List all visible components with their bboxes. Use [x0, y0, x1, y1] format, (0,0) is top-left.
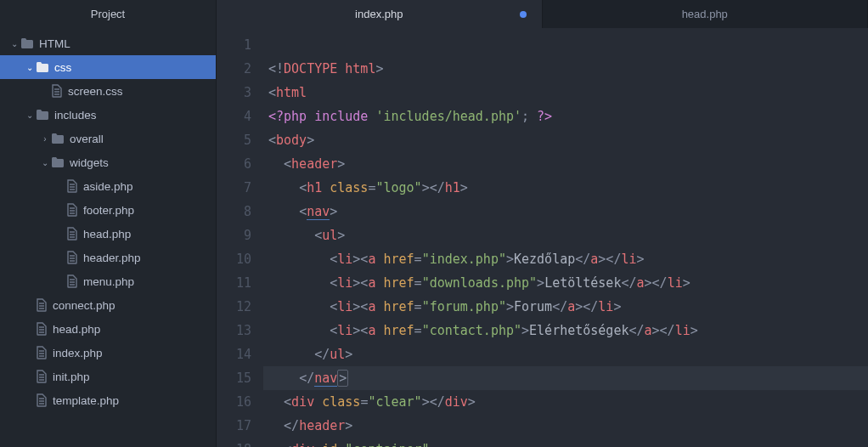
code-line[interactable]: <!DOCTYPE html>: [263, 57, 868, 81]
project-sidebar: Project ⌄HTML⌄cssscreen.css⌄includes›ove…: [0, 0, 217, 447]
file-icon: [66, 251, 78, 264]
editor-area: index.phphead.php 1234567891011121314151…: [217, 0, 868, 447]
file-icon: [36, 346, 48, 359]
code-line[interactable]: <li><a href="downloads.php">Letöltések</…: [263, 271, 868, 295]
line-number: 6: [217, 152, 251, 176]
file-icon: [66, 227, 78, 240]
folder-icon: [51, 156, 65, 168]
tree-folder[interactable]: ⌄HTML: [0, 31, 216, 55]
line-number: 2: [217, 57, 251, 81]
code-line[interactable]: <ul>: [263, 224, 868, 247]
tree-folder[interactable]: ⌄css: [0, 55, 216, 79]
code-line[interactable]: <header>: [263, 152, 868, 176]
line-number: 13: [217, 319, 251, 342]
tree-item-label: head.php: [53, 323, 100, 336]
line-number: 15: [217, 366, 251, 390]
tree-file[interactable]: menu.php: [0, 269, 216, 293]
file-icon: [51, 84, 63, 98]
code-line[interactable]: <div class="clear"></div>: [263, 390, 868, 414]
code-editor[interactable]: 123456789101112131415161718 <!DOCTYPE ht…: [217, 28, 868, 447]
folder-icon: [36, 61, 49, 73]
tree-item-label: index.php: [53, 347, 103, 359]
code-line[interactable]: [263, 33, 868, 57]
code-line[interactable]: </header>: [263, 414, 868, 438]
file-icon: [36, 322, 48, 336]
line-number: 12: [217, 295, 251, 319]
line-number: 7: [217, 176, 251, 200]
tree-item-label: connect.php: [53, 299, 116, 312]
code-line[interactable]: <li><a href="contact.php">Elérhetőségek<…: [263, 319, 868, 342]
tree-item-label: widgets: [70, 156, 109, 169]
tree-file[interactable]: aside.php: [0, 174, 216, 198]
tab-label: index.php: [355, 8, 403, 20]
line-number: 8: [217, 200, 251, 224]
tree-item-label: includes: [54, 109, 97, 122]
code-line[interactable]: <html: [263, 81, 868, 105]
tree-item-label: screen.css: [68, 85, 123, 98]
sidebar-title: Project: [0, 0, 216, 28]
line-number: 3: [217, 81, 251, 105]
file-tree[interactable]: ⌄HTML⌄cssscreen.css⌄includes›overall⌄wid…: [0, 28, 216, 447]
tree-item-label: css: [54, 61, 71, 74]
code-line[interactable]: </ul>: [263, 342, 868, 366]
tree-folder[interactable]: ›overall: [0, 127, 216, 150]
tree-item-label: init.php: [53, 371, 90, 383]
tree-item-label: head.php: [83, 228, 131, 240]
code-line[interactable]: <h1 class="logo"></h1>: [263, 176, 868, 200]
file-icon: [66, 179, 78, 193]
tree-item-label: aside.php: [83, 180, 133, 193]
tree-folder[interactable]: ⌄includes: [0, 103, 216, 127]
file-icon: [66, 274, 78, 288]
tree-file[interactable]: head.php: [0, 317, 216, 341]
code-line[interactable]: <body>: [263, 128, 868, 152]
tree-file[interactable]: footer.php: [0, 198, 216, 222]
folder-icon: [20, 37, 34, 49]
line-number: 16: [217, 390, 251, 414]
tree-item-label: HTML: [39, 37, 70, 50]
code-line[interactable]: <nav>: [263, 200, 868, 224]
file-icon: [36, 370, 48, 383]
chevron-down-icon[interactable]: ⌄: [39, 158, 51, 167]
chevron-right-icon[interactable]: ›: [39, 134, 51, 144]
folder-icon: [36, 109, 49, 121]
tree-file[interactable]: connect.php: [0, 293, 216, 317]
line-number: 17: [217, 414, 251, 438]
editor-tab[interactable]: head.php: [543, 0, 869, 28]
line-gutter: 123456789101112131415161718: [217, 28, 263, 447]
editor-tab[interactable]: index.php: [217, 0, 543, 28]
line-number: 11: [217, 271, 251, 295]
tree-file[interactable]: template.php: [0, 388, 216, 412]
tree-file[interactable]: header.php: [0, 246, 216, 269]
folder-icon: [51, 133, 65, 144]
dirty-indicator-icon: [520, 11, 527, 18]
file-icon: [66, 203, 78, 217]
tree-file[interactable]: head.php: [0, 222, 216, 246]
line-number: 9: [217, 224, 251, 247]
tree-folder[interactable]: ⌄widgets: [0, 150, 216, 174]
line-number: 5: [217, 128, 251, 152]
code-line[interactable]: <div id="container": [263, 438, 868, 447]
code-body[interactable]: <!DOCTYPE html><html<?php include 'inclu…: [263, 28, 868, 447]
line-number: 18: [217, 438, 251, 447]
chevron-down-icon[interactable]: ⌄: [8, 39, 20, 48]
tree-item-label: template.php: [53, 394, 119, 407]
tree-item-label: menu.php: [83, 275, 134, 288]
code-line[interactable]: <?php include 'includes/head.php'; ?>: [263, 105, 868, 128]
tree-file[interactable]: init.php: [0, 365, 216, 388]
line-number: 4: [217, 105, 251, 128]
tab-label: head.php: [682, 8, 728, 20]
tree-item-label: header.php: [83, 252, 141, 264]
tree-file[interactable]: screen.css: [0, 79, 216, 103]
code-line[interactable]: <li><a href="index.php">Kezdőlap</a></li…: [263, 247, 868, 271]
chevron-down-icon[interactable]: ⌄: [24, 63, 36, 72]
file-icon: [36, 393, 48, 407]
line-number: 10: [217, 247, 251, 271]
line-number: 14: [217, 342, 251, 366]
tree-file[interactable]: index.php: [0, 341, 216, 365]
line-number: 1: [217, 33, 251, 57]
code-line[interactable]: </nav>: [263, 366, 868, 390]
tree-item-label: overall: [70, 133, 104, 145]
chevron-down-icon[interactable]: ⌄: [24, 110, 36, 120]
code-line[interactable]: <li><a href="forum.php">Forum</a></li>: [263, 295, 868, 319]
file-icon: [36, 298, 48, 312]
